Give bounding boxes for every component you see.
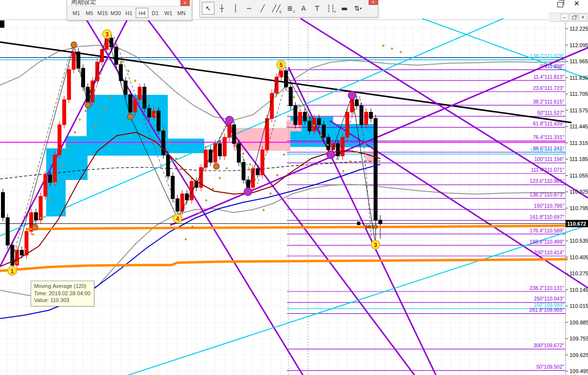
svg-text:188.6"110.499": 188.6"110.499" — [530, 239, 564, 245]
pivot-marker — [127, 114, 133, 120]
timeframe-button-m30[interactable]: M30 — [109, 8, 122, 18]
tooltip-indicator-name: Moving Average (120) — [34, 283, 90, 290]
svg-text:111.835: 111.835 — [570, 75, 588, 81]
svg-text:111.315: 111.315 — [570, 140, 588, 146]
timeframe-toolbar-title: 周期设定 — [71, 0, 96, 5]
text-label-icon[interactable]: T — [311, 2, 323, 15]
svg-text:138.2"110.873": 138.2"110.873" — [530, 192, 564, 197]
svg-text:5: 5 — [280, 62, 283, 69]
svg-text:3: 3 — [106, 31, 109, 38]
close-icon[interactable]: × — [579, 14, 587, 21]
timeframe-buttons-row: M1M5M15M30H1H4D1W1MN — [67, 6, 192, 20]
svg-text:111.4"111.071": 111.4"111.071" — [531, 167, 564, 173]
svg-text:112.225: 112.225 — [570, 26, 588, 32]
svg-text:110.795: 110.795 — [570, 205, 588, 211]
restore-icon[interactable] — [557, 2, 563, 7]
svg-text:109.495: 109.495 — [570, 368, 588, 374]
close-icon[interactable]: × — [369, 0, 378, 5]
timeframe-button-d1[interactable]: D1 — [149, 8, 161, 18]
main-window-controls: × — [553, 0, 588, 10]
svg-text:50"111.527": 50"111.527" — [537, 110, 564, 116]
svg-text:138.2"111.978": 138.2"111.978" — [530, 53, 564, 59]
pivot-marker — [32, 224, 38, 230]
pivot-marker — [327, 151, 335, 159]
timeframe-button-m15[interactable]: M15 — [96, 8, 109, 18]
timeframe-button-w1[interactable]: W1 — [162, 8, 175, 18]
svg-text:4: 4 — [176, 215, 179, 222]
svg-text:123.6"111.226": 123.6"111.226" — [530, 147, 564, 153]
svg-text:200"110.414": 200"110.414" — [534, 250, 564, 255]
svg-text:0"111.898": 0"111.898" — [540, 63, 564, 69]
trendline-icon[interactable]: ╱ — [256, 2, 269, 15]
restore-icon[interactable] — [570, 14, 578, 21]
tooltip-time: Time: 2019.02.28 04:00 — [34, 290, 90, 297]
timeframe-button-mn[interactable]: MN — [175, 8, 188, 18]
svg-text:111.705: 111.705 — [570, 91, 588, 97]
svg-text:261.8"109.955": 261.8"109.955" — [529, 307, 564, 313]
svg-text:111.575: 111.575 — [570, 107, 588, 113]
candle-countdown: 66:03 — [365, 224, 377, 230]
pivot-marker — [85, 102, 91, 108]
pivot-marker — [244, 188, 252, 196]
chart-background — [0, 19, 588, 375]
svg-text:110.405: 110.405 — [570, 254, 588, 260]
cursor-icon[interactable]: ↖ — [202, 2, 214, 15]
timeframe-button-m5[interactable]: M5 — [83, 8, 96, 18]
crosshair-icon[interactable]: ┼ — [215, 2, 228, 15]
svg-text:110.145: 110.145 — [570, 287, 588, 293]
svg-text:61.8"111.439": 61.8"111.439" — [533, 121, 565, 126]
fibonacci-retracement-icon[interactable]: ≣F — [284, 2, 296, 15]
svg-text:38.2"111.615": 38.2"111.615" — [533, 99, 565, 105]
chart-window-controls: – × — [549, 13, 588, 22]
svg-text:111.445: 111.445 — [570, 124, 588, 129]
svg-text:100"111.156": 100"111.156" — [535, 156, 565, 162]
close-icon[interactable]: × — [574, 0, 579, 9]
timeframe-button-h1[interactable]: H1 — [123, 8, 135, 18]
text-icon[interactable]: A — [297, 2, 310, 15]
svg-text:109.885: 109.885 — [570, 320, 588, 325]
pivot-marker — [226, 116, 233, 124]
svg-text:176.4"110.589": 176.4"110.589" — [530, 228, 564, 233]
pivot-marker — [71, 42, 77, 48]
svg-text:76.4"111.331": 76.4"111.331" — [533, 134, 565, 140]
close-icon[interactable]: × — [180, 0, 190, 6]
horizontal-line-icon[interactable]: ─ — [243, 2, 255, 15]
arrows-icon[interactable]: ⇅▾ — [352, 2, 364, 15]
svg-text:150"110.785": 150"110.785" — [534, 203, 564, 209]
svg-text:110.275: 110.275 — [570, 270, 588, 276]
svg-text:123.6"110.981": 123.6"110.981" — [530, 178, 564, 184]
drawing-tools-row: ↖┼│─╱╱╱E≣FAT┆┆F▬⇅▾ — [200, 0, 378, 17]
svg-text:111.055: 111.055 — [570, 173, 588, 179]
timeframe-toolbar-titlebar[interactable]: 周期设定 × — [67, 0, 192, 6]
pivot-marker — [214, 163, 219, 169]
timeframe-button-h4[interactable]: H4 — [136, 8, 148, 18]
svg-text:109.625: 109.625 — [570, 352, 588, 358]
svg-text:110.015: 110.015 — [570, 303, 588, 309]
svg-text:23.6"111.723": 23.6"111.723" — [533, 85, 565, 91]
svg-text:110.925: 110.925 — [570, 189, 588, 195]
vertical-line-icon[interactable]: │ — [229, 2, 242, 15]
chart-canvas[interactable]: 66:0313453138.2"111.978"0"111.898"11.4"1… — [0, 0, 588, 375]
svg-text:50"109.502": 50"109.502" — [536, 364, 564, 370]
indicator-tooltip: Moving Average (120) Time: 2019.02.28 04… — [31, 281, 94, 306]
svg-text:11.4"111.813": 11.4"111.813" — [533, 74, 564, 80]
rectangle-icon[interactable]: ▬ — [338, 2, 351, 15]
svg-text:110.672: 110.672 — [567, 221, 586, 227]
svg-text:250"110.043": 250"110.043" — [534, 296, 564, 302]
svg-text:111.965: 111.965 — [570, 58, 588, 64]
svg-text:110.535: 110.535 — [570, 238, 588, 244]
tooltip-value: Value: 110.303 — [34, 297, 90, 304]
fibonacci-timezones-icon[interactable]: ┆┆F — [324, 2, 337, 15]
drawing-toolbar: ↖┼│─╱╱╱E≣FAT┆┆F▬⇅▾ × — [199, 0, 378, 18]
svg-text:300"109.672": 300"109.672" — [534, 342, 564, 348]
metatrader-window: 66:0313453138.2"111.978"0"111.898"11.4"1… — [0, 0, 588, 375]
pivot-marker — [348, 91, 356, 99]
svg-text:3: 3 — [374, 242, 377, 249]
timeframe-button-m1[interactable]: M1 — [70, 8, 83, 18]
svg-text:109.755: 109.755 — [570, 336, 588, 341]
minimize-icon[interactable]: – — [560, 14, 569, 21]
svg-text:238.2"110.131": 238.2"110.131" — [530, 285, 564, 291]
svg-text:161.8"110.697": 161.8"110.697" — [530, 214, 564, 220]
timeframe-toolbar: 周期设定 × M1M5M15M30H1H4D1W1MN — [67, 0, 192, 20]
equidistant-channel-icon[interactable]: ╱╱E — [270, 2, 283, 15]
